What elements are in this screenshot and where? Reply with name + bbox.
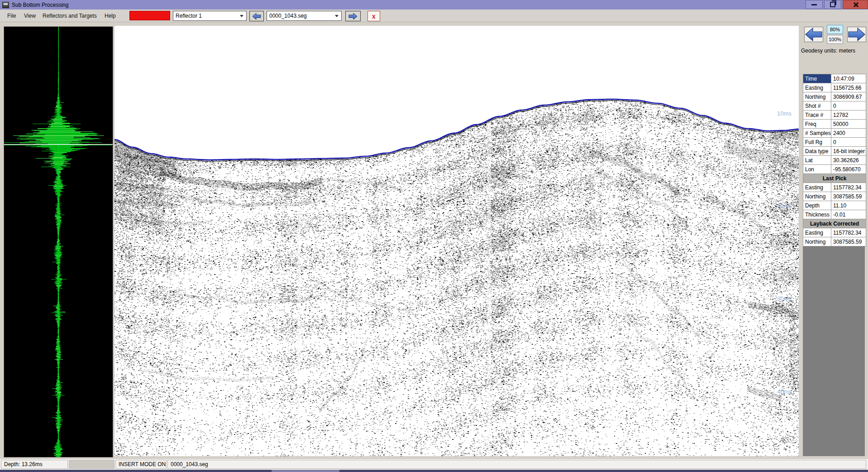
field-value: 16-bit integer xyxy=(831,147,866,156)
field-value: -95.580670 xyxy=(831,165,866,174)
field-label[interactable]: Depth xyxy=(803,201,831,210)
field-label[interactable]: Time xyxy=(803,74,831,83)
menu-item-view[interactable]: View xyxy=(20,10,39,22)
big-right-arrow-icon xyxy=(848,27,866,42)
next-file-button[interactable] xyxy=(345,11,361,21)
table-row: Lon-95.580670 xyxy=(803,165,866,174)
scrollbar-thumb[interactable] xyxy=(272,470,339,472)
right-panel: 80% 100% Geodesy units: meters Time10:47… xyxy=(799,22,868,458)
minimize-button[interactable] xyxy=(806,0,823,9)
reflector-select[interactable]: Reflector 1 xyxy=(173,11,247,21)
field-label[interactable]: Northing xyxy=(803,237,831,246)
menu-item-help[interactable]: Help xyxy=(101,10,119,22)
field-label[interactable]: Data type xyxy=(803,147,831,156)
status-depth: Depth: 13.26ms xyxy=(1,460,68,469)
field-value: 50000 xyxy=(831,120,866,129)
field-label[interactable]: Freq xyxy=(803,120,831,129)
field-value: 0 xyxy=(831,138,866,147)
field-label[interactable]: Northing xyxy=(803,192,831,201)
page-next-button[interactable] xyxy=(847,27,866,42)
table-section-header: Layback Corrected xyxy=(803,219,866,228)
geodesy-units-label: Geodesy units: meters xyxy=(801,48,855,54)
depth-grid-label: 10ms xyxy=(777,110,792,117)
field-value: 3087585.59 xyxy=(831,192,866,201)
depth-grid-label: 20ms xyxy=(777,202,792,209)
table-row: Time10:47:09 xyxy=(803,74,866,83)
depth-grid-label: 30ms xyxy=(777,295,792,302)
table-row: Northing3086909.67 xyxy=(803,92,866,101)
field-value: 11.10 xyxy=(831,201,866,210)
field-value: 3086909.67 xyxy=(831,92,866,101)
field-label[interactable]: Easting xyxy=(803,83,831,92)
table-row: Lat30.362626 xyxy=(803,156,866,165)
previous-file-button[interactable] xyxy=(249,11,264,21)
file-select[interactable]: 0000_1043.seg xyxy=(267,11,342,21)
trace-scope-panel xyxy=(4,26,113,458)
field-label[interactable]: Lon xyxy=(803,165,831,174)
close-icon xyxy=(853,2,858,8)
table-row: Full Rg0 xyxy=(803,138,866,147)
field-value: 0 xyxy=(831,101,866,111)
trace-scope-canvas xyxy=(4,27,113,457)
menu-item-reflectors-and-targets[interactable]: Reflectors and Targets xyxy=(39,10,100,22)
zoom-80-button[interactable]: 80% xyxy=(827,25,843,34)
trace-info-table: Time10:47:09Easting1156725.66Northing308… xyxy=(803,74,866,246)
chevron-down-icon xyxy=(240,15,243,17)
minimize-icon xyxy=(811,4,817,5)
chevron-down-icon xyxy=(335,15,339,17)
page-previous-button[interactable] xyxy=(804,27,823,42)
app-window: Sub Bottom Processing File View Reflecto… xyxy=(0,0,868,472)
title-bar: Sub Bottom Processing xyxy=(0,0,868,10)
field-label[interactable]: Easting xyxy=(803,183,831,192)
field-value: -0.01 xyxy=(831,210,866,219)
table-section-header: Last Pick xyxy=(803,174,866,183)
field-label[interactable]: # Samples xyxy=(803,129,831,138)
table-row: Easting1156725.66 xyxy=(803,83,866,92)
close-button[interactable] xyxy=(843,0,868,9)
field-label[interactable]: Easting xyxy=(803,228,831,237)
table-row: Shot #0 xyxy=(803,101,866,111)
field-value: 12782 xyxy=(831,111,866,120)
table-row: Data type16-bit integer xyxy=(803,147,866,156)
window-title: Sub Bottom Processing xyxy=(12,2,68,8)
app-icon xyxy=(2,2,9,8)
depth-grid-label: 40ms xyxy=(777,388,792,395)
restore-button[interactable] xyxy=(824,0,841,9)
window-controls xyxy=(806,0,868,10)
field-label[interactable]: Trace # xyxy=(803,111,831,120)
close-profile-label: x xyxy=(372,13,376,19)
table-row: Freq50000 xyxy=(803,120,866,129)
field-label[interactable]: Thickness xyxy=(803,210,831,219)
seismic-profile-view: 10ms20ms30ms40ms xyxy=(114,26,799,456)
zoom-100-button[interactable]: 100% xyxy=(827,35,843,44)
restore-icon xyxy=(830,2,835,7)
table-row: Easting1157782.34 xyxy=(803,183,866,192)
field-value: 1156725.66 xyxy=(831,83,866,92)
field-label[interactable]: Northing xyxy=(803,92,831,101)
horizontal-scrollbar[interactable] xyxy=(0,470,868,472)
menu-bar: File View Reflectors and Targets Help Re… xyxy=(0,10,868,22)
field-value: 2400 xyxy=(831,129,866,138)
table-row: Northing3087585.59 xyxy=(803,192,866,201)
table-row: Depth11.10 xyxy=(803,201,866,210)
status-filename: 0000_1043.seg xyxy=(167,460,866,469)
right-arrow-icon xyxy=(348,13,358,20)
left-arrow-icon xyxy=(252,13,262,20)
reflector-color-swatch[interactable] xyxy=(129,11,170,20)
field-value: 10:47:09 xyxy=(831,74,866,83)
field-label[interactable]: Full Rg xyxy=(803,138,831,147)
trace-info-client-area: Time10:47:09Easting1156725.66Northing308… xyxy=(803,74,865,456)
field-label[interactable]: Shot # xyxy=(803,101,831,111)
field-value: 3087585.59 xyxy=(831,237,866,246)
table-section-header-row: Last Pick xyxy=(803,174,866,183)
reflector-select-value: Reflector 1 xyxy=(176,13,202,19)
big-left-arrow-icon xyxy=(805,27,823,42)
close-profile-button[interactable]: x xyxy=(367,11,380,21)
table-row: # Samples2400 xyxy=(803,129,866,138)
table-row: Northing3087585.59 xyxy=(803,237,866,246)
field-label[interactable]: Lat xyxy=(803,156,831,165)
menu-item-file[interactable]: File xyxy=(4,10,19,22)
table-section-header-row: Layback Corrected xyxy=(803,219,866,228)
seismic-profile-canvas[interactable] xyxy=(114,26,799,456)
status-progress-panel xyxy=(69,460,114,469)
